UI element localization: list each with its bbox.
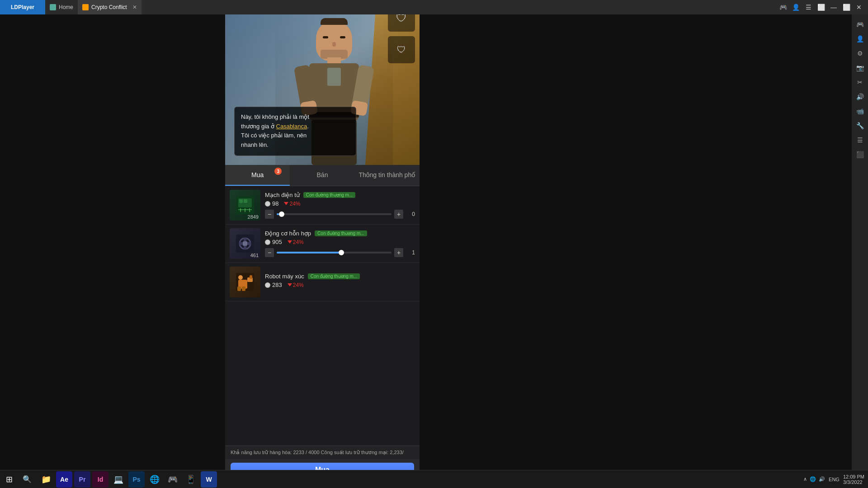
taskbar-start[interactable]: ⊞ [0, 470, 18, 488]
dialogue-box: Này, tôi không phải là một thương gia ở … [234, 107, 356, 156]
item-name-2: Động cơ hỗn hợp [265, 230, 311, 237]
taskbar-app-ae[interactable]: Ae [56, 471, 72, 488]
svg-rect-13 [244, 238, 246, 241]
tab-crypto-conflict[interactable]: Crypto Conflict ✕ [78, 0, 142, 14]
taskbar-app-pr[interactable]: Pr [74, 471, 90, 488]
tab-home[interactable]: Home [45, 0, 78, 14]
taskbar-app-app5[interactable]: 💻 [110, 471, 127, 488]
dialogue-highlight: Casablanca [276, 123, 307, 130]
slider-track-1[interactable] [277, 213, 392, 215]
slider-value-2: 1 [406, 249, 415, 256]
item-price-row-1: 98 24% [265, 200, 415, 207]
item-name-row-1: Mạch điện tử Con đường thương m... [265, 192, 415, 198]
window-controls: 🎮 👤 ☰ ⬜ — ⬜ ✕ [778, 3, 868, 12]
coin-icon-1 [265, 201, 270, 206]
item-row: 2849 Mạch điện tử Con đường thương m... … [225, 186, 420, 225]
svg-rect-20 [237, 286, 241, 291]
ldplayer-logo[interactable]: LDPlayer [0, 0, 45, 14]
taskbar-app-id[interactable]: Id [92, 471, 108, 488]
sidebar-icon-user[interactable]: 👤 [854, 33, 866, 45]
sidebar-icon-tool[interactable]: 🔧 [854, 119, 866, 132]
item-count-1: 2849 [248, 214, 259, 220]
taskbar-apps: 📁 Ae Pr Id 💻 Ps 🌐 🎮 📱 W [36, 471, 219, 488]
discount-arrow-3 [288, 283, 292, 286]
slider-thumb-2[interactable] [339, 250, 344, 255]
item-thumb-robot[interactable] [230, 267, 260, 297]
scene-badge-2: 🛡 [388, 36, 415, 63]
item-thumb-engine[interactable]: 461 [230, 228, 260, 259]
taskbar-app-chrome[interactable]: 🌐 [146, 471, 163, 488]
maximize-win-button[interactable]: ⬜ [841, 3, 852, 12]
slider-minus-1[interactable]: − [265, 210, 274, 219]
sidebar-icon-scissors[interactable]: ✂ [854, 76, 866, 89]
tray-network[interactable]: 🌐 [810, 476, 816, 482]
taskbar-tray: ∧ 🌐 🔊 ENG 12:09 PM 3/3/2022 [803, 474, 868, 485]
slider-thumb-1[interactable] [279, 211, 284, 217]
svg-rect-3 [244, 199, 247, 203]
sidebar-icon-camera[interactable]: 📷 [854, 61, 866, 74]
coin-icon-2 [265, 239, 270, 245]
svg-rect-21 [242, 286, 245, 291]
dialogue-text-5: nhanh lên. [241, 141, 269, 148]
sidebar-icon-menu[interactable]: ☰ [854, 134, 866, 146]
tray-icons: ∧ 🌐 🔊 [803, 476, 825, 482]
tab-sell[interactable]: Bán [290, 165, 354, 186]
minimize-win-button[interactable]: — [828, 3, 839, 12]
taskbar-app-ps[interactable]: Ps [128, 471, 145, 488]
taskbar-app-app8[interactable]: 🎮 [165, 471, 181, 488]
user-button[interactable]: 👤 [790, 3, 801, 12]
sidebar-icon-expand[interactable]: ⬛ [854, 148, 866, 161]
close-win-button[interactable]: ✕ [854, 3, 864, 12]
item-name-row-3: Robot máy xúc Con đường thương m... [265, 273, 415, 280]
item-slider-row-1: − + 0 [265, 210, 415, 219]
taskbar-app-app9[interactable]: 📱 [183, 471, 199, 488]
svg-rect-11 [239, 242, 243, 245]
item-name-row-2: Động cơ hỗn hợp Con đường thương m... [265, 230, 415, 237]
tray-expand[interactable]: ∧ [803, 476, 807, 482]
char-head [316, 20, 352, 61]
sidebar-icon-sound[interactable]: 🔊 [854, 90, 866, 103]
slider-plus-2[interactable]: + [394, 248, 403, 257]
item-tag-2: Con đường thương m... [315, 230, 367, 236]
item-price-row-3: 283 24% [265, 282, 415, 288]
game-icon [82, 4, 89, 10]
dialogue-period: . [307, 123, 309, 130]
item-price-row-2: 905 24% [265, 239, 415, 245]
dialogue-text-2: thương gia ở [241, 123, 276, 130]
tab-buy[interactable]: Mua 3 [225, 165, 290, 186]
taskbar-app-explorer[interactable]: 📁 [38, 471, 54, 488]
item-row: 461 Động cơ hỗn hợp Con đường thương m..… [225, 225, 420, 263]
taskbar-app-word[interactable]: W [201, 471, 217, 488]
menu-button[interactable]: ☰ [803, 3, 814, 12]
taskbar-search[interactable]: 🔍 [18, 470, 36, 488]
items-list: 2849 Mạch điện tử Con đường thương m... … [225, 186, 420, 446]
dialogue-text-4: Tôi có việc phải làm, nên [241, 132, 307, 139]
svg-rect-12 [247, 242, 251, 245]
item-thumb-circuit[interactable]: 2849 [230, 190, 260, 221]
slider-plus-1[interactable]: + [394, 210, 403, 219]
slider-track-2[interactable] [277, 252, 392, 253]
tray-clock[interactable]: 12:09 PM 3/3/2022 [843, 474, 864, 485]
restore-button[interactable]: ⬜ [816, 3, 826, 12]
right-sidebar: 🎮 👤 ⚙ 📷 ✂ 🔊 📹 🔧 ☰ ⬛ [852, 14, 868, 488]
item-info-2: Động cơ hỗn hợp Con đường thương m... 90… [265, 230, 415, 257]
tab-city-info[interactable]: Thông tin thành phố [355, 165, 420, 186]
item-discount-3: 24% [288, 282, 304, 288]
item-count-2: 461 [250, 253, 259, 258]
discount-arrow-2 [288, 240, 292, 244]
discount-arrow-1 [284, 202, 288, 205]
sidebar-icon-video[interactable]: 📹 [854, 105, 866, 117]
status-bar: Khả năng lưu trữ hàng hóa: 2233 / 4000 C… [225, 446, 420, 459]
close-tab-icon[interactable]: ✕ [132, 4, 137, 10]
sidebar-icon-settings[interactable]: ⚙ [854, 47, 866, 60]
tray-lang[interactable]: ENG [829, 477, 840, 482]
sidebar-icon-gamepad[interactable]: 🎮 [854, 18, 866, 31]
item-tag-1: Con đường thương m... [303, 192, 356, 198]
item-discount-2: 24% [288, 239, 304, 245]
tray-sound[interactable]: 🔊 [819, 476, 825, 482]
slider-minus-2[interactable]: − [265, 248, 274, 257]
minimize-button[interactable]: 🎮 [778, 3, 788, 12]
item-info-3: Robot máy xúc Con đường thương m... 283 … [265, 273, 415, 291]
svg-rect-14 [244, 246, 246, 249]
item-price-1: 98 [265, 200, 278, 207]
